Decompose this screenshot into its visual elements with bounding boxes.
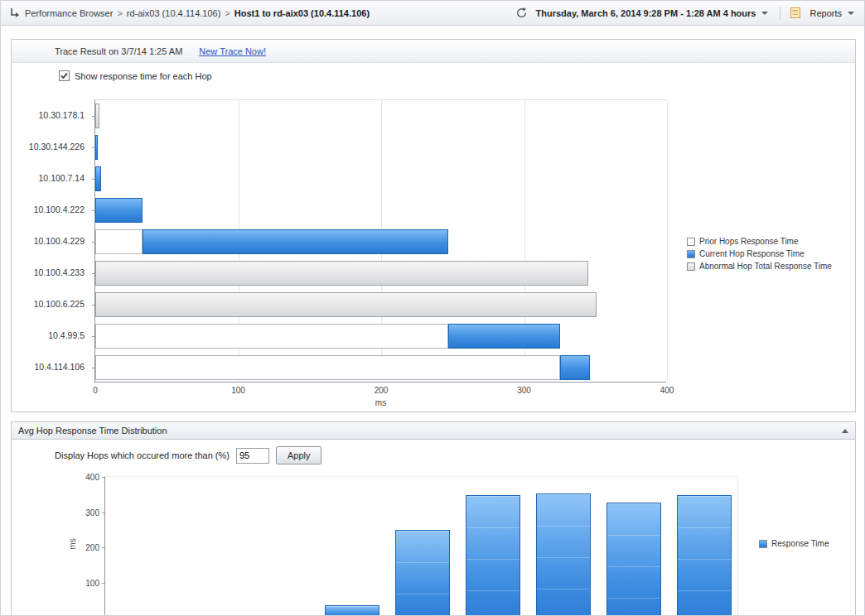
hop-bar-row xyxy=(95,324,666,349)
hop-category-label: 10.4.114.106 xyxy=(34,351,85,383)
hop-category-label: 10.100.4.233 xyxy=(34,257,85,288)
x-tick-label: 100 xyxy=(231,386,245,395)
hop-category-label: 10.4.99.5 xyxy=(48,320,85,351)
current-hop-bar[interactable] xyxy=(560,355,590,380)
hop-bar-row xyxy=(95,135,666,160)
legend-label: Abnormal Hop Total Response Time xyxy=(699,262,832,271)
y-tick-label: 200 xyxy=(85,543,99,552)
time-range-label[interactable]: Thursday, March 6, 2014 9:28 PM - 1:28 A… xyxy=(536,8,756,18)
hop-bar-row xyxy=(95,261,666,286)
current-hop-bar[interactable] xyxy=(95,135,98,160)
hop-bar-row xyxy=(95,229,666,254)
legend-swatch xyxy=(687,262,695,271)
x-tick-label: 200 xyxy=(375,386,389,395)
time-range-icon[interactable] xyxy=(516,7,527,18)
current-hop-bar[interactable] xyxy=(95,198,143,223)
legend-item: Response Time xyxy=(759,539,829,548)
percent-filter-label: Display Hops which occured more than (%) xyxy=(55,450,230,460)
legend-swatch xyxy=(687,238,695,246)
hop-category-label: 10.100.7.14 xyxy=(39,162,85,194)
collapse-panel-icon[interactable] xyxy=(842,429,848,433)
reports-label[interactable]: Reports xyxy=(809,8,842,18)
breadcrumb-performance-browser[interactable]: Performance Browser xyxy=(25,8,113,18)
distribution-panel-header[interactable]: Avg Hop Response Time Distribution xyxy=(12,422,855,440)
hop-bar-row xyxy=(95,166,666,191)
prior-hops-bar[interactable] xyxy=(95,229,143,254)
dist-chart-legend: Response Time xyxy=(759,539,829,548)
chevron-down-icon[interactable] xyxy=(848,12,854,15)
response-time-distribution-chart: ms 100200300400 Response Time xyxy=(12,469,855,616)
breadcrumb-separator: > xyxy=(225,8,230,18)
hop-category-label: 10.30.178.1 xyxy=(39,99,85,131)
breadcrumb-separator: > xyxy=(117,8,122,18)
hop-category-label: 10.100.6.225 xyxy=(34,288,85,320)
y-tick-label: 400 xyxy=(85,473,99,482)
response-time-bar[interactable] xyxy=(466,495,520,616)
hop-category-label: 10.100.4.229 xyxy=(34,225,85,257)
y-tick-label: 300 xyxy=(85,508,99,517)
hop-bar-row xyxy=(95,292,666,317)
legend-label: Prior Hops Response Time xyxy=(699,237,799,246)
current-hop-bar[interactable] xyxy=(448,324,560,349)
distribution-filter-controls: Display Hops which occured more than (%)… xyxy=(55,446,321,464)
y-tick-mark xyxy=(102,583,105,584)
breadcrumb-current-page: Host1 to rd-aix03 (10.4.114.106) xyxy=(234,8,370,18)
hop-chart-legend: Prior Hops Response TimeCurrent Hop Resp… xyxy=(687,237,832,271)
legend-label: Response Time xyxy=(771,539,829,548)
response-time-bar[interactable] xyxy=(536,493,591,616)
abnormal-hop-bar[interactable] xyxy=(95,261,588,286)
hop-category-label: 10.100.4.222 xyxy=(34,194,85,225)
performance-browser-icon xyxy=(9,7,20,18)
apply-button[interactable]: Apply xyxy=(276,446,322,464)
new-trace-now-link[interactable]: New Trace Now! xyxy=(199,46,266,56)
checkbox-label: Show response time for each Hop xyxy=(75,71,212,81)
legend-swatch xyxy=(687,250,695,258)
legend-label: Current Hop Response Time xyxy=(699,249,805,258)
abnormal-hop-bar[interactable] xyxy=(95,103,99,128)
y-tick-mark xyxy=(102,547,105,548)
gridline xyxy=(667,100,668,382)
x-tick-label: 400 xyxy=(660,386,674,395)
chevron-down-icon[interactable] xyxy=(761,12,768,15)
distribution-panel-title: Avg Hop Response Time Distribution xyxy=(18,426,167,436)
hop-response-time-chart: 10.30.178.110.30.144.22610.100.7.1410.10… xyxy=(12,98,855,408)
percent-filter-input[interactable] xyxy=(236,448,269,464)
prior-hops-bar[interactable] xyxy=(95,355,560,380)
response-time-bar[interactable] xyxy=(325,605,379,616)
abnormal-hop-bar[interactable] xyxy=(95,292,597,317)
hop-chart-categories: 10.30.178.110.30.144.22610.100.7.1410.10… xyxy=(12,99,89,383)
response-time-bar[interactable] xyxy=(677,495,732,616)
current-hop-bar[interactable] xyxy=(95,166,101,191)
legend-item: Current Hop Response Time xyxy=(687,249,832,258)
y-tick-mark xyxy=(102,513,105,513)
response-time-bar[interactable] xyxy=(395,530,450,616)
hop-chart-plot: ms 0100200300400 xyxy=(94,99,666,383)
legend-item: Abnormal Hop Total Response Time xyxy=(687,262,832,271)
show-response-time-checkbox-row[interactable]: Show response time for each Hop xyxy=(59,70,212,81)
top-toolbar: Performance Browser > rd-aix03 (10.4.114… xyxy=(1,1,864,26)
distribution-panel: Avg Hop Response Time Distribution Displ… xyxy=(11,421,856,616)
x-tick-label: 0 xyxy=(93,386,98,395)
hop-category-label: 10.30.144.226 xyxy=(29,131,85,162)
dist-chart-plot: ms 100200300400 xyxy=(104,476,738,616)
y-tick-label: 100 xyxy=(85,578,99,587)
trace-result-title: Trace Result on 3/7/14 1:25 AM xyxy=(55,46,182,56)
toolbar-divider xyxy=(780,7,780,20)
x-tick-label: 300 xyxy=(517,386,531,395)
performance-browser-window: Performance Browser > rd-aix03 (10.4.114… xyxy=(0,0,865,616)
legend-swatch xyxy=(759,540,767,548)
reports-icon[interactable] xyxy=(790,7,800,18)
y-tick-mark xyxy=(102,477,105,478)
prior-hops-bar[interactable] xyxy=(95,324,448,349)
trace-panel-header: Trace Result on 3/7/14 1:25 AM New Trace… xyxy=(12,40,855,63)
hop-bar-row xyxy=(95,355,666,380)
hop-bar-row xyxy=(95,198,666,223)
checkbox-checked-icon[interactable] xyxy=(59,70,70,81)
current-hop-bar[interactable] xyxy=(143,229,448,254)
trace-result-panel: Trace Result on 3/7/14 1:25 AM New Trace… xyxy=(11,39,856,412)
hop-bar-row xyxy=(95,103,666,128)
response-time-bar[interactable] xyxy=(606,503,661,616)
legend-item: Prior Hops Response Time xyxy=(687,237,832,246)
breadcrumb-host[interactable]: rd-aix03 (10.4.114.106) xyxy=(127,8,221,18)
y-axis-unit-label: ms xyxy=(68,538,77,549)
